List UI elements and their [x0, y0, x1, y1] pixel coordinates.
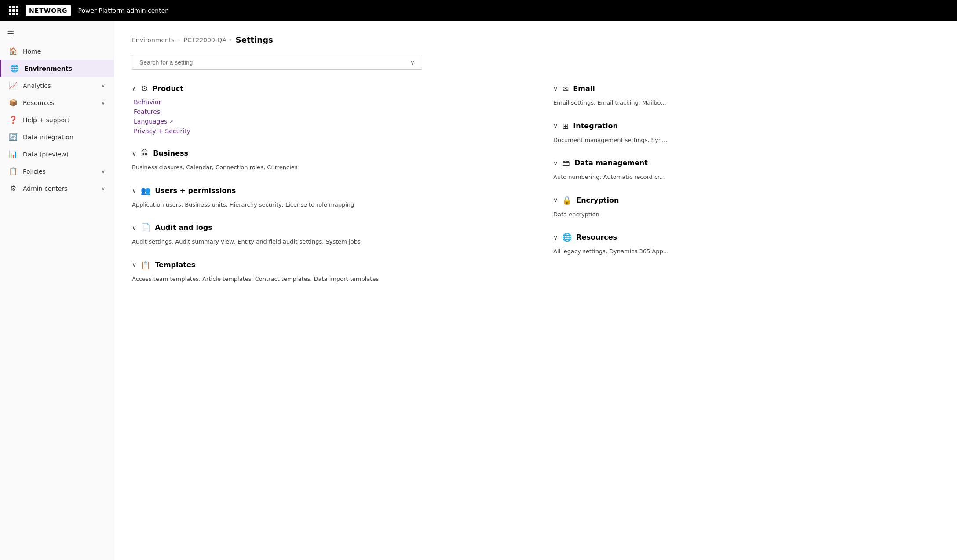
breadcrumb-separator: ›	[178, 37, 180, 43]
external-link-icon: ↗	[169, 119, 173, 124]
data-management-icon: 🗃	[562, 158, 570, 167]
data-preview-icon: 📊	[9, 150, 18, 158]
sidebar: ☰ 🏠 Home 🌐 Environments 📈 Analytics ∨ 📦 …	[0, 21, 114, 560]
section-data-management-header[interactable]: ∨ 🗃 Data management	[553, 158, 939, 167]
section-collapse-icon: ∨	[132, 187, 136, 194]
section-product-header[interactable]: ∧ ⚙ Product	[132, 84, 518, 93]
templates-icon: 📋	[141, 260, 150, 269]
section-audit-title: Audit and logs	[155, 223, 212, 232]
section-business-title: Business	[153, 149, 188, 157]
users-icon: 👥	[141, 186, 150, 195]
section-audit-logs: ∨ 📄 Audit and logs Audit settings, Audit…	[132, 223, 518, 246]
header-title: Power Platform admin center	[78, 7, 168, 14]
section-product: ∧ ⚙ Product Behavior Features Languages …	[132, 84, 518, 135]
section-resources: ∨ 🌐 Resources All legacy settings, Dynam…	[553, 233, 939, 256]
section-collapse-icon: ∧	[132, 85, 136, 92]
section-audit-header[interactable]: ∨ 📄 Audit and logs	[132, 223, 518, 232]
business-description: Business closures, Calendar, Connection …	[132, 163, 518, 172]
section-encryption-header[interactable]: ∨ 🔒 Encryption	[553, 196, 939, 205]
right-column: ∨ ✉ Email Email settings, Email tracking…	[553, 84, 939, 297]
left-column: ∧ ⚙ Product Behavior Features Languages …	[132, 84, 518, 297]
chevron-down-icon: ∨	[101, 185, 105, 192]
email-description: Email settings, Email tracking, Mailbo..…	[553, 98, 939, 107]
audit-icon: 📄	[141, 223, 150, 232]
section-resources-header[interactable]: ∨ 🌐 Resources	[553, 233, 939, 242]
section-collapse-icon: ∨	[132, 150, 136, 157]
resources-globe-icon: 🌐	[562, 233, 572, 242]
section-collapse-icon: ∨	[553, 85, 558, 92]
environments-icon: 🌐	[10, 64, 19, 73]
breadcrumb-env-name[interactable]: PCT22009-QA	[184, 36, 226, 44]
section-integration-header[interactable]: ∨ ⊞ Integration	[553, 121, 939, 131]
sidebar-item-data-integration[interactable]: 🔄 Data integration	[0, 128, 114, 145]
data-integration-icon: 🔄	[9, 133, 18, 141]
sidebar-item-help-support[interactable]: ❓ Help + support	[0, 111, 114, 128]
behavior-link[interactable]: Behavior	[134, 98, 518, 105]
help-icon: ❓	[9, 116, 18, 124]
hamburger-icon: ☰	[7, 29, 14, 38]
section-email-title: Email	[573, 84, 595, 93]
sidebar-item-label: Environments	[24, 65, 105, 72]
sidebar-item-label: Data (preview)	[23, 151, 105, 158]
languages-link[interactable]: Languages ↗	[134, 118, 518, 125]
section-business: ∨ 🏛 Business Business closures, Calendar…	[132, 149, 518, 172]
section-collapse-icon: ∨	[553, 234, 558, 241]
policies-icon: 📋	[9, 167, 18, 175]
resources-icon: 📦	[9, 98, 18, 107]
sidebar-item-label: Data integration	[23, 134, 105, 141]
sidebar-item-policies[interactable]: 📋 Policies ∨	[0, 163, 114, 180]
main-layout: ☰ 🏠 Home 🌐 Environments 📈 Analytics ∨ 📦 …	[0, 21, 957, 560]
chevron-down-icon: ∨	[101, 168, 105, 175]
section-resources-title: Resources	[576, 233, 617, 241]
app-launcher-icon[interactable]	[9, 6, 18, 15]
section-business-header[interactable]: ∨ 🏛 Business	[132, 149, 518, 158]
integration-icon: ⊞	[562, 121, 569, 131]
sidebar-item-label: Help + support	[23, 116, 105, 124]
section-collapse-icon: ∨	[553, 160, 558, 167]
section-users-header[interactable]: ∨ 👥 Users + permissions	[132, 186, 518, 195]
section-users-title: Users + permissions	[155, 186, 236, 195]
section-data-management-title: Data management	[574, 159, 648, 167]
encryption-description: Data encryption	[553, 210, 939, 219]
section-email: ∨ ✉ Email Email settings, Email tracking…	[553, 84, 939, 107]
data-management-description: Auto numbering, Automatic record cr...	[553, 173, 939, 182]
sidebar-item-home[interactable]: 🏠 Home	[0, 43, 114, 60]
breadcrumb-environments[interactable]: Environments	[132, 36, 175, 44]
section-templates-title: Templates	[155, 261, 195, 269]
chevron-down-icon: ∨	[410, 59, 415, 66]
sidebar-item-analytics[interactable]: 📈 Analytics ∨	[0, 77, 114, 94]
sidebar-item-label: Resources	[23, 99, 96, 106]
sidebar-item-resources[interactable]: 📦 Resources ∨	[0, 94, 114, 111]
search-box[interactable]: ∨	[132, 55, 422, 70]
search-input[interactable]	[139, 59, 410, 66]
sidebar-item-environments[interactable]: 🌐 Environments	[0, 60, 114, 77]
sidebar-item-label: Home	[23, 48, 105, 55]
users-description: Application users, Business units, Hiera…	[132, 200, 518, 209]
section-data-management: ∨ 🗃 Data management Auto numbering, Auto…	[553, 158, 939, 182]
sidebar-item-admin-centers[interactable]: ⚙️ Admin centers ∨	[0, 180, 114, 197]
product-icon: ⚙	[141, 84, 148, 93]
features-link[interactable]: Features	[134, 108, 518, 115]
content-area: Environments › PCT22009-QA › Settings ∨ …	[114, 21, 957, 560]
business-icon: 🏛	[141, 149, 149, 158]
sidebar-item-label: Policies	[23, 168, 96, 175]
section-integration: ∨ ⊞ Integration Document management sett…	[553, 121, 939, 145]
section-templates: ∨ 📋 Templates Access team templates, Art…	[132, 260, 518, 284]
section-integration-title: Integration	[573, 122, 618, 130]
sidebar-item-data-preview[interactable]: 📊 Data (preview)	[0, 145, 114, 163]
encryption-icon: 🔒	[562, 196, 572, 205]
breadcrumb-separator: ›	[230, 37, 232, 43]
section-collapse-icon: ∨	[553, 196, 558, 204]
menu-toggle[interactable]: ☰	[0, 25, 114, 43]
section-encryption-title: Encryption	[576, 196, 619, 204]
page-title: Settings	[236, 35, 273, 44]
section-templates-header[interactable]: ∨ 📋 Templates	[132, 260, 518, 269]
logo: NETWORG	[26, 5, 71, 16]
templates-description: Access team templates, Article templates…	[132, 275, 518, 284]
privacy-security-link[interactable]: Privacy + Security	[134, 127, 518, 135]
settings-grid: ∧ ⚙ Product Behavior Features Languages …	[132, 84, 939, 297]
resources-description: All legacy settings, Dynamics 365 App...	[553, 247, 939, 256]
home-icon: 🏠	[9, 47, 18, 55]
section-email-header[interactable]: ∨ ✉ Email	[553, 84, 939, 93]
section-encryption: ∨ 🔒 Encryption Data encryption	[553, 196, 939, 219]
